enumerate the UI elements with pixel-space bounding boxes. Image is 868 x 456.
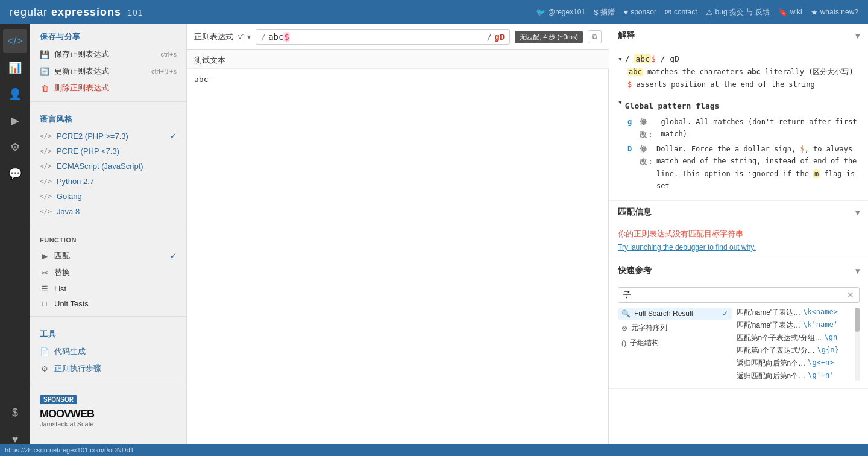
sponsor-logo[interactable]: MOOVWEB	[40, 408, 177, 420]
lang-ecma-label: ECMAScript (JavaScript)	[57, 162, 143, 171]
regex-version-selector[interactable]: v1 ▾	[238, 33, 251, 41]
regex-copy-button[interactable]: ⧉	[588, 30, 602, 43]
flag-d-row: D 修改： Dollar. Force the a dollar sign, $…	[627, 143, 860, 192]
main-content: 正则表达式 v1 ▾ / abc$ / gD 无匹配, 4 步 (~0ms) ⧉…	[187, 24, 609, 456]
nav-twitter[interactable]: 🐦 @regex101	[536, 8, 585, 17]
tool-codegen[interactable]: 📄 代码生成	[30, 343, 186, 360]
nav-donate[interactable]: $ 捐赠	[594, 7, 615, 17]
explanation-header[interactable]: 解释 ▾	[609, 24, 868, 47]
match-info-body: 你的正则表达式没有匹配目标字符串 Try launching the debug…	[609, 224, 868, 259]
quickref-group-label: 子组结构	[630, 338, 659, 348]
regex-pattern-display[interactable]: abc$	[268, 32, 482, 42]
quickref-header[interactable]: 快速参考 ▾	[609, 259, 868, 282]
quickref-result-4: 返归匹配向后第n个… \g<+n>	[737, 358, 851, 369]
sidebar-divider-1	[30, 101, 186, 102]
func-match[interactable]: ▶ 匹配 ✓	[30, 247, 186, 264]
nav-wiki[interactable]: 🔖 wiki	[778, 8, 802, 17]
nav-bug[interactable]: ⚠ bug 提交 与 反馈	[706, 7, 770, 17]
match-info-chevron: ▾	[855, 207, 860, 217]
rail-code-icon[interactable]: </>	[3, 29, 27, 53]
rail-chart-icon[interactable]: 📊	[3, 55, 27, 80]
explanation-section: 解释 ▾ ▾ / abc$ / gD abc matches the chara…	[609, 24, 868, 201]
lang-java[interactable]: </> Java 8	[30, 204, 186, 219]
lang-ecma[interactable]: </> ECMAScript (JavaScript)	[30, 159, 186, 174]
refresh-icon: 🔄	[40, 67, 49, 76]
lang-python[interactable]: </> Python 2.7	[30, 174, 186, 189]
func-unittests-label: Unit Tests	[54, 299, 89, 308]
nav-sponsor[interactable]: ♥ sponsor	[623, 8, 656, 17]
save-regex-action[interactable]: 💾 保存正则表达式 ctrl+s	[30, 46, 186, 63]
func-match-check: ✓	[170, 252, 177, 261]
meta-icon: ⊗	[621, 324, 627, 332]
regex-dollar: $	[283, 32, 289, 42]
rail-chat-icon[interactable]: 💬	[3, 162, 27, 186]
explain-dollar-row: $ asserts position at the end of the str…	[627, 78, 860, 90]
regex-status: 无匹配, 4 步 (~0ms)	[515, 31, 583, 43]
quickref-result-2: 匹配第n个子表达式/分组… \gn	[737, 333, 851, 343]
quickref-item-meta[interactable]: ⊗ 元字符序列	[618, 321, 732, 335]
right-panel: 解释 ▾ ▾ / abc$ / gD abc matches the chara…	[609, 24, 868, 456]
update-regex-label: 更新正则表达式	[54, 66, 109, 77]
match-info-header[interactable]: 匹配信息 ▾	[609, 201, 868, 224]
wiki-icon: 🔖	[778, 8, 788, 17]
regex-flags-display[interactable]: gD	[494, 32, 505, 42]
logo-regular: regular	[10, 6, 48, 18]
rail-user-icon[interactable]: 👤	[3, 82, 27, 106]
quickref-scrollbar[interactable]	[855, 308, 860, 381]
match-no-result-text: 你的正则表达式没有匹配目标字符串	[618, 229, 860, 239]
quickref-result-5: 返归匹配向后第n个… \g'+n'	[737, 371, 851, 381]
quickref-result-1: 匹配'name'子表达… \k'name'	[737, 320, 851, 331]
save-icon: 💾	[40, 50, 49, 59]
lang-python-label: Python 2.7	[57, 177, 94, 186]
save-shortcut: ctrl+s	[160, 51, 177, 58]
quickref-full-check: ✓	[722, 309, 728, 318]
flag-g-char: g	[627, 116, 637, 129]
logo-101: 101	[127, 8, 143, 17]
explain-dollar-highlight: $	[651, 54, 656, 63]
save-share-title: 保存与分享	[30, 24, 186, 46]
tool-debugger[interactable]: ⚙ 正则执行步骤	[30, 360, 186, 377]
explain-abc-highlight: abc	[634, 54, 650, 63]
chevron-down-icon: ▾	[247, 33, 251, 41]
update-regex-action[interactable]: 🔄 更新正则表达式 ctrl+⇧+s	[30, 63, 186, 80]
quickref-section: 快速参考 ▾ ✕ 🔍 Full Search Result ✓	[609, 259, 868, 389]
delete-regex-label: 删除正则表达式	[54, 83, 109, 93]
match-debug-link[interactable]: Try launching the debugger to find out w…	[618, 243, 860, 252]
quickref-right: 匹配'name'子表达… \k<name> 匹配'name'子表达… \k'na…	[737, 308, 851, 381]
delete-regex-action[interactable]: 🗑 删除正则表达式	[30, 80, 186, 97]
quickref-search-input[interactable]	[623, 291, 843, 300]
func-replace-label: 替换	[54, 267, 70, 278]
explain-abc-row: abc matches the characters abc literally…	[627, 66, 860, 78]
quickref-clear-icon[interactable]: ✕	[847, 290, 854, 300]
sponsor-tagline: Jamstack at Scale	[40, 420, 177, 428]
explanation-body: ▾ / abc$ / gD abc matches the characters…	[609, 47, 868, 200]
rail-dollar-icon[interactable]: $	[3, 401, 27, 425]
rail-settings-icon[interactable]: ⚙	[3, 135, 27, 159]
lang-code-icon: </>	[40, 207, 52, 215]
nav-whatsnew[interactable]: ★ whats new?	[811, 8, 858, 17]
func-replace[interactable]: ✂ 替换	[30, 264, 186, 281]
status-bar-text: https://zh.csdn.net/regex101.com/r/oDNDd…	[5, 446, 134, 454]
lang-golang[interactable]: </> Golang	[30, 189, 186, 204]
test-textarea[interactable]: abc-	[187, 69, 609, 456]
regex-abc: abc	[268, 32, 283, 42]
rail-video-icon[interactable]: ▶	[3, 109, 27, 133]
func-unittests[interactable]: □ Unit Tests	[30, 296, 186, 311]
star-icon: ★	[811, 8, 818, 17]
quickref-item-group[interactable]: () 子组结构	[618, 336, 732, 350]
lang-pcre2-label: PCRE2 (PHP >=7.3)	[57, 131, 128, 141]
top-nav: regular expressions 101 🐦 @regex101 $ 捐赠…	[0, 0, 868, 24]
quickref-meta-label: 元字符序列	[631, 323, 667, 333]
lang-pcre[interactable]: </> PCRE (PHP <7.3)	[30, 144, 186, 159]
function-title: FUNCTION	[30, 229, 186, 247]
sidebar: 保存与分享 💾 保存正则表达式 ctrl+s 🔄 更新正则表达式 ctrl+⇧+…	[30, 24, 187, 456]
func-list[interactable]: ☰ List	[30, 281, 186, 296]
nav-contact[interactable]: ✉ contact	[665, 8, 697, 17]
quickref-item-full[interactable]: 🔍 Full Search Result ✓	[618, 308, 732, 320]
explain-tree: ▾ / abc$ / gD abc matches the characters…	[618, 52, 860, 192]
quickref-left: 🔍 Full Search Result ✓ ⊗ 元字符序列 () 子组结构	[618, 308, 732, 381]
logo: regular expressions 101	[10, 6, 143, 19]
lang-code-icon: </>	[40, 147, 52, 155]
test-section: 测试文本 abc-	[187, 50, 609, 456]
lang-pcre2[interactable]: </> PCRE2 (PHP >=7.3) ✓	[30, 128, 186, 144]
